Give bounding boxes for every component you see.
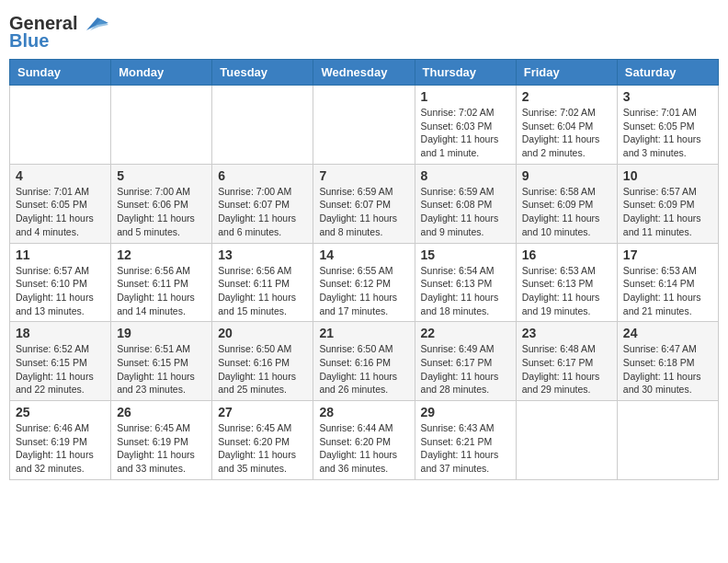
day-info: Sunrise: 6:58 AM Sunset: 6:09 PM Dayligh…	[522, 185, 611, 239]
calendar-day-cell: 14Sunrise: 6:55 AM Sunset: 6:12 PM Dayli…	[313, 243, 415, 322]
calendar-day-cell: 8Sunrise: 6:59 AM Sunset: 6:08 PM Daylig…	[415, 164, 516, 243]
calendar-day-cell: 1Sunrise: 7:02 AM Sunset: 6:03 PM Daylig…	[415, 86, 516, 165]
day-number: 27	[218, 405, 307, 419]
calendar-week-row: 25Sunrise: 6:46 AM Sunset: 6:19 PM Dayli…	[10, 401, 719, 480]
day-number: 17	[623, 247, 712, 262]
day-of-week-header: Thursday	[415, 60, 516, 86]
calendar-day-cell: 16Sunrise: 6:53 AM Sunset: 6:13 PM Dayli…	[516, 243, 617, 322]
day-info: Sunrise: 6:51 AM Sunset: 6:15 PM Dayligh…	[117, 342, 206, 396]
day-number: 13	[218, 247, 307, 262]
day-info: Sunrise: 7:00 AM Sunset: 6:06 PM Dayligh…	[117, 185, 206, 239]
logo-blue-text: Blue	[9, 30, 49, 52]
day-number: 3	[623, 89, 712, 104]
calendar-table: SundayMondayTuesdayWednesdayThursdayFrid…	[9, 59, 719, 480]
day-info: Sunrise: 6:59 AM Sunset: 6:07 PM Dayligh…	[319, 185, 408, 239]
calendar-week-row: 18Sunrise: 6:52 AM Sunset: 6:15 PM Dayli…	[10, 322, 719, 401]
calendar-day-cell	[111, 86, 212, 165]
calendar-day-cell: 13Sunrise: 6:56 AM Sunset: 6:11 PM Dayli…	[212, 243, 313, 322]
day-number: 21	[319, 326, 408, 340]
calendar-day-cell: 27Sunrise: 6:45 AM Sunset: 6:20 PM Dayli…	[212, 401, 313, 480]
logo-bird-icon	[79, 14, 108, 34]
calendar-day-cell: 9Sunrise: 6:58 AM Sunset: 6:09 PM Daylig…	[516, 164, 617, 243]
day-info: Sunrise: 6:57 AM Sunset: 6:09 PM Dayligh…	[623, 185, 712, 239]
day-of-week-header: Wednesday	[313, 60, 415, 86]
calendar-day-cell: 3Sunrise: 7:01 AM Sunset: 6:05 PM Daylig…	[617, 86, 718, 165]
calendar-day-cell: 17Sunrise: 6:53 AM Sunset: 6:14 PM Dayli…	[617, 243, 718, 322]
day-info: Sunrise: 6:57 AM Sunset: 6:10 PM Dayligh…	[16, 264, 105, 318]
calendar-header-row: SundayMondayTuesdayWednesdayThursdayFrid…	[10, 60, 719, 86]
day-number: 20	[218, 326, 307, 340]
day-info: Sunrise: 7:02 AM Sunset: 6:04 PM Dayligh…	[522, 106, 611, 160]
day-info: Sunrise: 6:48 AM Sunset: 6:17 PM Dayligh…	[522, 342, 611, 396]
day-info: Sunrise: 7:01 AM Sunset: 6:05 PM Dayligh…	[16, 185, 105, 239]
calendar-day-cell: 19Sunrise: 6:51 AM Sunset: 6:15 PM Dayli…	[111, 322, 212, 401]
logo: General Blue	[9, 9, 108, 52]
calendar-day-cell: 20Sunrise: 6:50 AM Sunset: 6:16 PM Dayli…	[212, 322, 313, 401]
day-info: Sunrise: 7:01 AM Sunset: 6:05 PM Dayligh…	[623, 106, 712, 160]
calendar-day-cell: 21Sunrise: 6:50 AM Sunset: 6:16 PM Dayli…	[313, 322, 415, 401]
calendar-day-cell: 2Sunrise: 7:02 AM Sunset: 6:04 PM Daylig…	[516, 86, 617, 165]
day-of-week-header: Friday	[516, 60, 617, 86]
day-info: Sunrise: 6:54 AM Sunset: 6:13 PM Dayligh…	[421, 264, 510, 318]
day-info: Sunrise: 6:43 AM Sunset: 6:21 PM Dayligh…	[421, 421, 510, 476]
calendar-day-cell: 7Sunrise: 6:59 AM Sunset: 6:07 PM Daylig…	[313, 164, 415, 243]
day-info: Sunrise: 6:53 AM Sunset: 6:14 PM Dayligh…	[623, 264, 712, 318]
calendar-day-cell: 22Sunrise: 6:49 AM Sunset: 6:17 PM Dayli…	[415, 322, 516, 401]
calendar-day-cell	[617, 401, 718, 480]
header: General Blue	[9, 9, 719, 52]
calendar-day-cell: 23Sunrise: 6:48 AM Sunset: 6:17 PM Dayli…	[516, 322, 617, 401]
calendar-day-cell	[516, 401, 617, 480]
calendar-day-cell: 4Sunrise: 7:01 AM Sunset: 6:05 PM Daylig…	[10, 164, 111, 243]
day-info: Sunrise: 6:50 AM Sunset: 6:16 PM Dayligh…	[218, 342, 307, 396]
day-number: 22	[421, 326, 510, 340]
calendar-day-cell: 10Sunrise: 6:57 AM Sunset: 6:09 PM Dayli…	[617, 164, 718, 243]
calendar-week-row: 11Sunrise: 6:57 AM Sunset: 6:10 PM Dayli…	[10, 243, 719, 322]
day-info: Sunrise: 7:02 AM Sunset: 6:03 PM Dayligh…	[421, 106, 510, 160]
day-number: 10	[623, 168, 712, 183]
day-number: 9	[522, 168, 611, 183]
day-number: 26	[117, 405, 206, 419]
day-number: 15	[421, 247, 510, 262]
day-number: 11	[16, 247, 105, 262]
day-info: Sunrise: 7:00 AM Sunset: 6:07 PM Dayligh…	[218, 185, 307, 239]
day-number: 28	[319, 405, 408, 419]
day-of-week-header: Tuesday	[212, 60, 313, 86]
calendar-day-cell: 15Sunrise: 6:54 AM Sunset: 6:13 PM Dayli…	[415, 243, 516, 322]
calendar-day-cell: 11Sunrise: 6:57 AM Sunset: 6:10 PM Dayli…	[10, 243, 111, 322]
day-number: 23	[522, 326, 611, 340]
day-number: 6	[218, 168, 307, 183]
day-number: 4	[16, 168, 105, 183]
day-number: 18	[16, 326, 105, 340]
calendar-day-cell: 18Sunrise: 6:52 AM Sunset: 6:15 PM Dayli…	[10, 322, 111, 401]
day-info: Sunrise: 6:52 AM Sunset: 6:15 PM Dayligh…	[16, 342, 105, 396]
day-info: Sunrise: 6:50 AM Sunset: 6:16 PM Dayligh…	[319, 342, 408, 396]
day-info: Sunrise: 6:46 AM Sunset: 6:19 PM Dayligh…	[16, 421, 105, 476]
day-number: 14	[319, 247, 408, 262]
calendar-day-cell: 5Sunrise: 7:00 AM Sunset: 6:06 PM Daylig…	[111, 164, 212, 243]
day-info: Sunrise: 6:44 AM Sunset: 6:20 PM Dayligh…	[319, 421, 408, 476]
calendar-week-row: 1Sunrise: 7:02 AM Sunset: 6:03 PM Daylig…	[10, 86, 719, 165]
day-of-week-header: Monday	[111, 60, 212, 86]
calendar-day-cell: 12Sunrise: 6:56 AM Sunset: 6:11 PM Dayli…	[111, 243, 212, 322]
calendar-day-cell	[313, 86, 415, 165]
day-number: 5	[117, 168, 206, 183]
day-number: 19	[117, 326, 206, 340]
day-number: 29	[421, 405, 510, 419]
calendar-day-cell: 6Sunrise: 7:00 AM Sunset: 6:07 PM Daylig…	[212, 164, 313, 243]
calendar-day-cell: 26Sunrise: 6:45 AM Sunset: 6:19 PM Dayli…	[111, 401, 212, 480]
day-number: 1	[421, 89, 510, 104]
day-info: Sunrise: 6:49 AM Sunset: 6:17 PM Dayligh…	[421, 342, 510, 396]
calendar-day-cell: 28Sunrise: 6:44 AM Sunset: 6:20 PM Dayli…	[313, 401, 415, 480]
calendar-week-row: 4Sunrise: 7:01 AM Sunset: 6:05 PM Daylig…	[10, 164, 719, 243]
day-info: Sunrise: 6:56 AM Sunset: 6:11 PM Dayligh…	[117, 264, 206, 318]
day-number: 2	[522, 89, 611, 104]
day-number: 12	[117, 247, 206, 262]
day-number: 24	[623, 326, 712, 340]
day-info: Sunrise: 6:56 AM Sunset: 6:11 PM Dayligh…	[218, 264, 307, 318]
day-number: 7	[319, 168, 408, 183]
day-number: 8	[421, 168, 510, 183]
calendar-day-cell: 24Sunrise: 6:47 AM Sunset: 6:18 PM Dayli…	[617, 322, 718, 401]
day-number: 16	[522, 247, 611, 262]
calendar-day-cell: 29Sunrise: 6:43 AM Sunset: 6:21 PM Dayli…	[415, 401, 516, 480]
day-of-week-header: Saturday	[617, 60, 718, 86]
